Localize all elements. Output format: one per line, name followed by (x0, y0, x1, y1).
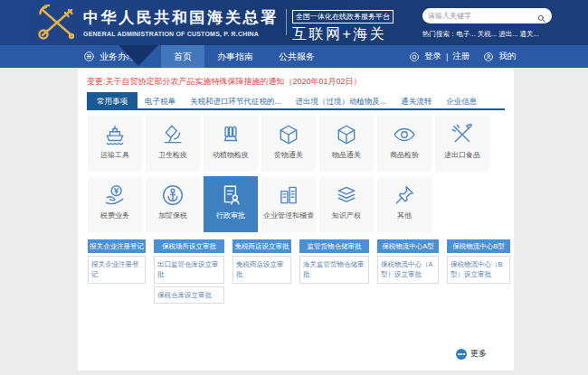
menu-wedge-icon (119, 45, 158, 66)
approval-col-bonded-place: 保税场所设立审批出口监管仓库设立审批保税仓库设立审批 (154, 239, 224, 304)
approval-header[interactable]: 监管货物仓储审批 (299, 239, 369, 253)
user-icon (483, 52, 494, 62)
service-intellectual-property[interactable]: 知识产权 (319, 176, 374, 232)
service-admin-approval[interactable]: 行政审批 (204, 176, 258, 232)
more-ellipsis-icon: ••• (456, 349, 467, 360)
approval-col-bonded-logistics-b: 保税物流中心B型保税物流中心（B型）设立审批 (447, 239, 510, 284)
nav-tab-guide[interactable]: 办事指南 (204, 45, 266, 68)
service-label: 加贸保税 (158, 211, 187, 220)
site-header: 中华人民共和国海关总署 GENERAL ADMINISTRATION OF CU… (0, 0, 588, 45)
service-label: 商品检验 (390, 150, 419, 160)
service-label: 其他 (397, 211, 412, 220)
fence-icon (219, 123, 242, 146)
eye-icon (393, 123, 416, 146)
category-tab-tariff[interactable]: 关税和进口环节代征税的... (183, 92, 289, 108)
org-name-cn: 中华人民共和国海关总署 (83, 7, 279, 28)
coin-hand-icon (103, 183, 127, 207)
nav-tab-home[interactable]: 首页 (161, 45, 204, 68)
approval-header[interactable]: 保税物流中心B型 (447, 239, 510, 253)
service-import-export-food[interactable]: 进出口食品 (435, 116, 489, 172)
approval-col-bonded-logistics-a: 保税物流中心A型保税物流中心（A型）设立审批 (377, 239, 439, 284)
search-area: 热门搜索：电子... 关税... 进出... 通关... (422, 8, 552, 39)
service-articles-clearance[interactable]: 物品通关 (319, 116, 374, 172)
approval-col-duty-free-shop: 免税商店设立审批免税商店设立审批 (232, 239, 291, 284)
more-button[interactable]: ••• 更多 (456, 348, 487, 360)
search-icon[interactable] (536, 11, 546, 21)
service-transport[interactable]: 运输工具 (88, 116, 142, 172)
approval-header[interactable]: 保税场所设立审批 (154, 239, 224, 253)
category-tab-quarantine[interactable]: 进出境（过境）动植物及... (289, 92, 394, 108)
approval-item[interactable]: 保税仓库设立审批 (154, 286, 224, 304)
notice-link[interactable]: 变更:关于自贸协定部分农产品实施特殊保障措施的通知（2020年01月02日） (78, 69, 514, 88)
cutlery-icon (450, 123, 474, 146)
anchor-icon (161, 183, 185, 207)
category-tab-e-tax[interactable]: 电子税单 (138, 92, 183, 108)
register-link[interactable]: 注册 (452, 51, 469, 62)
content-panel: 变更:关于自贸协定部分农产品实施特殊保障措施的通知（2020年01月02日） 常… (78, 69, 514, 370)
service-other[interactable]: 其他 (377, 176, 432, 232)
box-icon (277, 123, 300, 146)
service-label: 卫生检疫 (158, 150, 187, 160)
approval-item[interactable]: 出口监管仓库设立审批 (154, 256, 224, 284)
service-commodity-inspection[interactable]: 商品检验 (377, 116, 432, 172)
approval-header[interactable]: 免税商店设立审批 (232, 239, 291, 253)
approval-section: 报关企业注册登记报关企业注册登记保税场所设立审批出口监管仓库设立审批保税仓库设立… (88, 239, 514, 304)
search-input[interactable] (428, 12, 536, 20)
approval-header[interactable]: 保税物流中心A型 (377, 239, 439, 253)
org-title-block: 中华人民共和国海关总署 GENERAL ADMINISTRATION OF CU… (83, 7, 279, 37)
microscope-icon (161, 123, 185, 146)
service-label: 动植物检疫 (213, 150, 249, 160)
org-name-en: GENERAL ADMINISTRATION OF CUSTOMS, P. R.… (83, 31, 279, 37)
service-tax-business[interactable]: 税费业务 (88, 176, 142, 232)
nav-user-area: 登录 | 注册 我的 (409, 45, 516, 68)
building-icon (277, 183, 300, 207)
service-row: 税费业务加贸保税行政审批企业管理和稽查知识产权其他 (88, 176, 514, 232)
login-register-separator: | (446, 52, 448, 61)
ship-icon (103, 123, 127, 146)
hamburger-circle-icon (83, 51, 95, 62)
platform-name: 互联网+海关 (292, 25, 394, 44)
approval-item[interactable]: 保税物流中心（B型）设立审批 (447, 256, 510, 284)
platform-block: 全国一体化在线政务服务平台 互联网+海关 (292, 6, 394, 44)
approval-col-declare-registration: 报关企业注册登记报关企业注册登记 (88, 239, 146, 284)
approval-item[interactable]: 海关监管货物仓储审批 (299, 256, 369, 284)
pin-icon (393, 183, 416, 207)
search-box[interactable] (422, 8, 552, 23)
header-divider (286, 9, 287, 35)
service-health-quarantine[interactable]: 卫生检疫 (146, 116, 200, 172)
service-grid: 运输工具卫生检疫动植物检疫货物通关物品通关商品检验进出口食品税费业务加贸保税行政… (88, 116, 514, 232)
service-bonded-trade[interactable]: 加贸保税 (146, 176, 200, 232)
login-circle-icon (409, 52, 420, 62)
service-label: 税费业务 (100, 211, 129, 220)
my-account-link[interactable]: 我的 (498, 51, 516, 62)
doc-person-icon (219, 183, 242, 207)
main-nav: 业务办理 首页办事指南公共服务 登录 | 注册 我的 (0, 45, 588, 68)
box-icon (335, 123, 358, 146)
approval-col-supervised-storage: 监管货物仓储审批海关监管货物仓储审批 (299, 239, 369, 284)
service-label: 知识产权 (332, 211, 361, 220)
category-tab-enterprise-info[interactable]: 企业信息 (439, 92, 484, 108)
service-label: 进出口食品 (444, 150, 480, 160)
login-link[interactable]: 登录 (424, 51, 441, 62)
hot-search[interactable]: 热门搜索：电子... 关税... 进出... 通关... (422, 30, 552, 39)
approval-item[interactable]: 免税商店设立审批 (232, 256, 291, 284)
nav-tabs: 首页办事指南公共服务 (161, 45, 327, 68)
category-tab-common[interactable]: 常用事项 (87, 92, 138, 108)
approval-header[interactable]: 报关企业注册登记 (88, 239, 146, 253)
customs-emblem-icon (34, 3, 80, 42)
books-icon (335, 183, 358, 207)
service-label: 物品通关 (332, 150, 361, 160)
platform-badge: 全国一体化在线政务服务平台 (292, 10, 394, 23)
category-tabs: 常用事项电子税单关税和进口环节代征税的...进出境（过境）动植物及...通关流转… (87, 92, 505, 110)
nav-tab-public-service[interactable]: 公共服务 (266, 45, 327, 68)
approval-item[interactable]: 报关企业注册登记 (88, 256, 146, 284)
approval-item[interactable]: 保税物流中心（A型）设立审批 (377, 256, 439, 284)
service-goods-clearance[interactable]: 货物通关 (261, 116, 316, 172)
page: 中华人民共和国海关总署 GENERAL ADMINISTRATION OF CU… (0, 0, 588, 375)
service-label: 行政审批 (216, 211, 245, 220)
service-label: 运输工具 (100, 150, 129, 160)
more-label: 更多 (470, 348, 487, 360)
service-enterprise-mgmt[interactable]: 企业管理和稽查 (261, 176, 316, 232)
service-animal-plant-quarantine[interactable]: 动植物检疫 (204, 116, 258, 172)
category-tab-clearance-flow[interactable]: 通关流转 (394, 92, 439, 108)
